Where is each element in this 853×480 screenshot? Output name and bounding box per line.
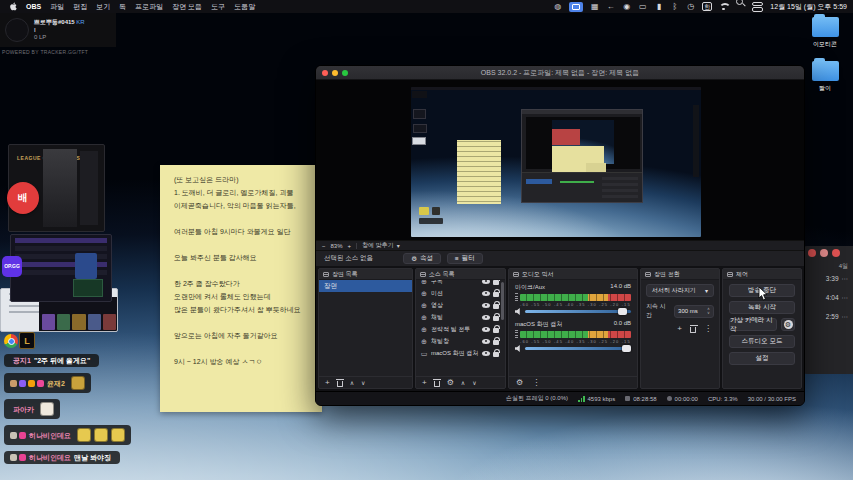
volume-slider-handle[interactable] — [622, 345, 631, 352]
transition-dropdown[interactable]: 서서히 사라지기 ▾ — [646, 284, 714, 297]
sticky-note[interactable]: (또 보고싶은 드라마)1. 도깨비, 더 글로리, 멜로가체질, 괴물이제곧죽… — [160, 165, 322, 412]
side-list-window[interactable]: 4일 3:39 ⋯ 4:04 ⋯ 2:59 ⋯ — [803, 246, 853, 374]
display-icon[interactable]: ▭ — [638, 2, 647, 12]
screen-mirroring-icon[interactable] — [569, 2, 583, 12]
sources-scrollbar[interactable] — [501, 282, 504, 320]
kebab-menu-icon[interactable]: ⋮ — [532, 379, 540, 387]
volume-slider[interactable] — [525, 310, 631, 313]
visibility-eye-icon[interactable] — [482, 351, 490, 356]
scene-up-button[interactable]: ∧ — [350, 380, 354, 386]
mixer-dock-header[interactable]: 오디오 믹서 — [509, 269, 637, 280]
scene-down-button[interactable]: ∨ — [361, 380, 365, 386]
lock-icon[interactable] — [493, 352, 499, 357]
add-scene-button[interactable]: + — [325, 379, 330, 387]
speaker-icon[interactable] — [515, 345, 522, 352]
sources-dock-header[interactable]: 소스 목록 — [416, 269, 505, 280]
search-icon[interactable] — [736, 2, 745, 12]
source-item[interactable]: 영상 — [416, 299, 505, 311]
menubar-menu-item[interactable]: 보기 — [96, 2, 110, 12]
red-app-badge[interactable]: 배 — [7, 182, 39, 214]
menubar-menu-item[interactable]: 프로파일 — [135, 2, 163, 12]
transitions-dock-header[interactable]: 장면 전환 — [641, 269, 719, 280]
menubar-app-name[interactable]: OBS — [26, 3, 41, 10]
remove-scene-button[interactable] — [337, 381, 343, 387]
source-properties-button[interactable]: ⚙ — [447, 379, 454, 387]
battery-icon[interactable]: ▮ — [654, 2, 663, 12]
fit-to-window-dropdown[interactable]: 창에 맞추기 ▾ — [362, 241, 400, 250]
duration-spinbox[interactable]: 300 ms ∧∨ — [674, 305, 714, 318]
side-panel-row[interactable]: 4:04 ⋯ — [808, 294, 848, 302]
zoom-in-button[interactable]: + — [348, 243, 352, 249]
visibility-eye-icon[interactable] — [482, 303, 490, 308]
scene-item[interactable]: 장면 — [319, 280, 412, 292]
more-icon[interactable]: ⋯ — [842, 313, 849, 321]
transition-kebab-icon[interactable]: ⋮ — [704, 325, 712, 333]
control-button[interactable]: 가상 카메라 시작 — [729, 318, 777, 331]
channel-grip[interactable] — [515, 330, 518, 338]
desktop-folder[interactable]: 이모티콘 — [801, 17, 849, 49]
grid-icon[interactable]: ▦ — [590, 2, 599, 12]
side-panel-row[interactable]: 2:59 ⋯ — [808, 313, 848, 321]
visibility-eye-icon[interactable] — [482, 327, 490, 332]
side-panel-row[interactable]: 3:39 ⋯ — [808, 275, 848, 283]
apple-logo-icon[interactable] — [8, 2, 17, 12]
spinbox-arrows[interactable]: ∧∨ — [707, 307, 710, 314]
back-arrow-icon[interactable]: ← — [606, 2, 615, 12]
visibility-eye-icon[interactable] — [482, 339, 490, 344]
wifi-icon[interactable] — [719, 2, 729, 12]
menubar-menu-item[interactable]: 편집 — [73, 2, 87, 12]
globe-icon[interactable]: ◍ — [553, 2, 562, 12]
opgg-app-icon[interactable]: OP.GG — [2, 256, 22, 277]
filters-button[interactable]: ≡ 필터 — [447, 253, 483, 264]
control-button[interactable]: 설정 — [729, 352, 795, 365]
lock-icon[interactable] — [493, 328, 499, 333]
clock-icon[interactable]: ◷ — [686, 2, 695, 12]
source-item[interactable]: 채팅창 — [416, 335, 505, 347]
control-center-icon[interactable] — [752, 2, 763, 12]
mixer-settings-icon[interactable]: ⚙ — [516, 379, 523, 387]
more-icon[interactable]: ⋯ — [842, 275, 849, 283]
visibility-eye-icon[interactable] — [482, 315, 490, 320]
channel-grip[interactable] — [515, 293, 518, 301]
speaker-icon[interactable] — [515, 308, 522, 315]
source-item[interactable]: 전략적 팀 전투 — [416, 323, 505, 335]
volume-slider-handle[interactable] — [618, 308, 627, 315]
source-item[interactable]: 채팅 — [416, 311, 505, 323]
lock-icon[interactable] — [493, 292, 499, 297]
source-item[interactable]: 구독 — [416, 280, 505, 287]
controls-dock-header[interactable]: 제어 — [723, 269, 801, 280]
record-icon[interactable]: ◉ — [622, 2, 631, 12]
desktop-folder[interactable]: 짤이 — [801, 61, 849, 93]
lock-icon[interactable] — [493, 340, 499, 345]
remove-source-button[interactable] — [434, 381, 440, 387]
control-button[interactable]: 녹화 시작 — [729, 301, 795, 314]
lock-icon[interactable] — [493, 316, 499, 321]
lock-icon[interactable] — [493, 304, 499, 309]
obs-titlebar[interactable]: OBS 32.0.2 - 프로파일: 제목 없음 - 장면: 제목 없음 — [316, 66, 804, 80]
source-item[interactable]: 미션 — [416, 287, 505, 299]
more-icon[interactable]: ⋯ — [842, 294, 849, 302]
league-of-legends-icon[interactable]: L — [19, 332, 35, 349]
add-source-button[interactable]: + — [422, 379, 427, 387]
add-transition-button[interactable]: + — [677, 325, 682, 333]
volume-slider[interactable] — [525, 347, 631, 350]
source-down-button[interactable]: ∨ — [472, 380, 476, 386]
menubar-clock[interactable]: 12월 15일 (월) 오후 5:59 — [770, 2, 847, 12]
menubar-menu-item[interactable]: 독 — [119, 2, 126, 12]
scenes-dock-header[interactable]: 장면 목록 — [319, 269, 412, 280]
control-button[interactable]: 스튜디오 모드 — [729, 335, 795, 348]
virtual-camera-settings-button[interactable]: ⚙ — [781, 318, 795, 331]
zoom-out-button[interactable]: − — [322, 243, 326, 249]
menubar-menu-item[interactable]: 도움말 — [234, 2, 255, 12]
source-up-button[interactable]: ∧ — [461, 380, 465, 386]
bluetooth-icon[interactable]: ᛒ — [670, 2, 679, 12]
input-source-icon[interactable]: 한 — [702, 2, 712, 11]
properties-button[interactable]: ⚙ 속성 — [403, 253, 441, 264]
menubar-menu-item[interactable]: 파일 — [50, 2, 64, 12]
obs-preview[interactable] — [316, 80, 804, 240]
source-item[interactable]: macOS 화면 캡처 — [416, 347, 505, 359]
lock-icon[interactable] — [493, 280, 499, 285]
visibility-eye-icon[interactable] — [482, 280, 490, 284]
menubar-menu-item[interactable]: 장면 모음 — [172, 2, 202, 12]
remove-transition-button[interactable] — [690, 327, 696, 333]
